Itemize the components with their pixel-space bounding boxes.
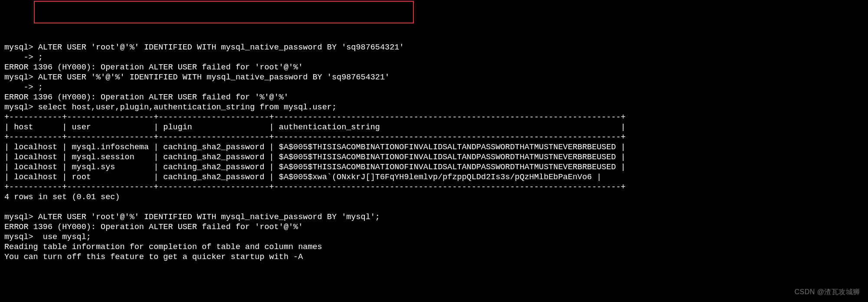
terminal-line: ERROR 1396 (HY000): Operation ALTER USER… <box>4 63 303 72</box>
terminal-output[interactable]: mysql> ALTER USER 'root'@'%' IDENTIFIED … <box>4 43 864 262</box>
table-row: | localhost | root | caching_sha2_passwo… <box>4 173 602 182</box>
table-row: | localhost | mysql.sys | caching_sha2_p… <box>4 163 626 172</box>
highlight-rectangle <box>34 1 414 23</box>
table-row: | localhost | mysql.session | caching_sh… <box>4 153 626 162</box>
terminal-line: 4 rows in set (0.01 sec) <box>4 193 120 202</box>
terminal-line: mysql> ALTER USER 'root'@'%' IDENTIFIED … <box>4 43 404 52</box>
terminal-line: mysql> ALTER USER 'root'@'%' IDENTIFIED … <box>4 213 380 222</box>
table-header: | host | user | plugin | authentication_… <box>4 123 626 132</box>
terminal-line: ERROR 1396 (HY000): Operation ALTER USER… <box>4 93 288 102</box>
table-border: +-----------+------------------+--------… <box>4 113 626 122</box>
terminal-line: ERROR 1396 (HY000): Operation ALTER USER… <box>4 223 303 232</box>
table-border: +-----------+------------------+--------… <box>4 183 626 192</box>
table-row: | localhost | mysql.infoschema | caching… <box>4 143 626 152</box>
table-border: +-----------+------------------+--------… <box>4 133 626 142</box>
terminal-line: -> ; <box>4 53 43 62</box>
terminal-line: mysql> use mysql; <box>4 233 91 242</box>
terminal-line: mysql> ALTER USER '%'@'%' IDENTIFIED WIT… <box>4 73 390 82</box>
terminal-line: Reading table information for completion… <box>4 243 322 252</box>
terminal-line: mysql> select host,user,plugin,authentic… <box>4 103 337 112</box>
terminal-line: You can turn off this feature to get a q… <box>4 253 303 262</box>
watermark-text: CSDN @渣瓦攻城狮 <box>794 287 860 297</box>
terminal-line: -> ; <box>4 83 43 92</box>
